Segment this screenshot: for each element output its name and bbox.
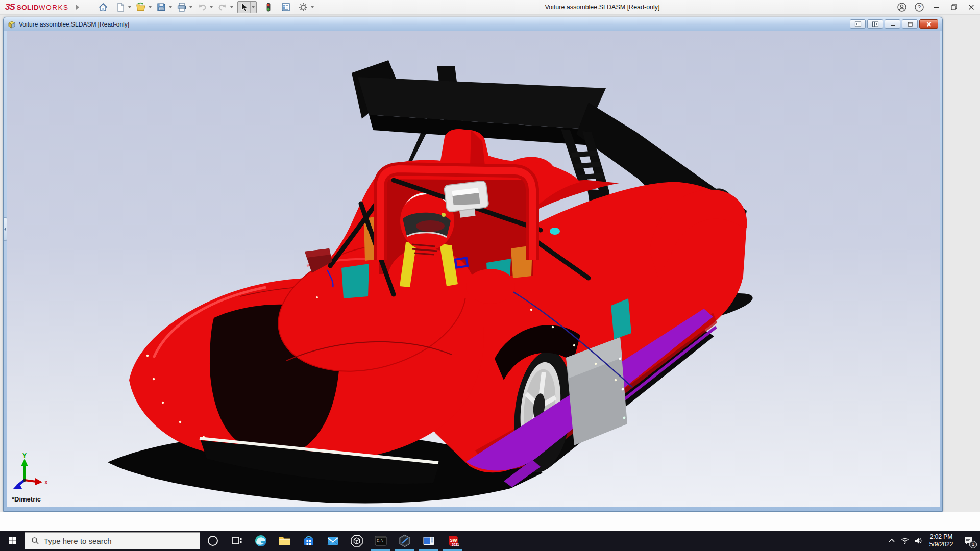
store-icon	[302, 534, 316, 548]
command-prompt-icon: C:\_	[374, 534, 388, 548]
triad-x-label: x	[44, 479, 48, 486]
doc-restore-button[interactable]	[902, 19, 918, 29]
triad-y-label: Y	[22, 452, 27, 459]
redo-button[interactable]	[216, 1, 229, 13]
tray-volume[interactable]	[912, 531, 925, 551]
tray-chevron-up[interactable]	[885, 531, 898, 551]
chevron-up-icon	[888, 537, 896, 545]
undo-icon	[197, 2, 207, 12]
traffic-light-icon	[263, 2, 274, 12]
new-document-dropdown[interactable]	[128, 6, 131, 8]
account-button[interactable]	[893, 0, 911, 14]
taskbar-icons: C:\_ SW 2021	[201, 531, 464, 551]
save-button[interactable]	[155, 1, 168, 13]
minimize-button[interactable]	[928, 0, 945, 14]
new-document-button[interactable]	[114, 1, 127, 13]
tray-wifi[interactable]	[898, 531, 912, 551]
app-title: Voiture assomblee.SLDASM [Read-only]	[531, 0, 674, 14]
home-icon	[98, 2, 108, 12]
taskbar-item-file-explorer[interactable]	[273, 531, 297, 551]
tray-clock[interactable]: 2:02 PM 5/9/2022	[925, 533, 958, 548]
solidworks-logo-mark: 3S	[5, 2, 15, 12]
options-button[interactable]	[297, 1, 310, 13]
doc-close-icon	[925, 21, 933, 27]
redo-dropdown[interactable]	[230, 6, 233, 8]
select-dropdown-arrow-icon	[252, 6, 255, 8]
search-input[interactable]	[44, 537, 177, 545]
taskbar-search[interactable]	[24, 532, 200, 549]
cad-hexagon-icon	[398, 534, 412, 548]
open-button[interactable]	[134, 1, 148, 13]
doc-close-button[interactable]	[919, 19, 938, 29]
rebuild-button[interactable]	[262, 1, 275, 13]
help-button[interactable]: ?	[911, 0, 928, 14]
splitter-collapse-arrow-icon	[4, 227, 6, 231]
3d-viewer-icon	[350, 534, 364, 548]
minimize-icon	[933, 3, 941, 11]
app-titlebar: 3S SOLID WORKS	[0, 0, 980, 15]
clock-time: 2:02 PM	[925, 533, 958, 541]
system-tray: 2:02 PM 5/9/2022 1	[885, 531, 979, 551]
options-dropdown[interactable]	[311, 6, 314, 8]
solidworks-logo-light: WORKS	[39, 4, 69, 11]
help-icon: ?	[914, 2, 924, 12]
file-explorer-icon	[278, 534, 292, 548]
doc-restore-icon	[906, 21, 914, 27]
taskbar-item-command-prompt[interactable]: C:\_	[369, 531, 393, 551]
menu-flyout-arrow-icon[interactable]	[76, 5, 79, 10]
tile-left-button[interactable]	[850, 19, 866, 29]
feature-panel-splitter[interactable]	[4, 217, 7, 241]
taskbar-item-media-app[interactable]	[416, 531, 440, 551]
cortana-icon	[207, 535, 219, 547]
restore-button[interactable]	[945, 0, 963, 14]
3d-scene: Y x	[7, 31, 940, 507]
taskbar-item-mail[interactable]	[321, 531, 345, 551]
taskbar-item-edge[interactable]	[249, 531, 273, 551]
undo-button[interactable]	[195, 1, 209, 13]
svg-text:C:\_: C:\_	[377, 539, 386, 543]
doc-minimize-button[interactable]	[885, 19, 900, 29]
select-tool-button[interactable]	[238, 1, 250, 13]
graphics-viewport[interactable]: Y x *Dimetric	[7, 31, 940, 507]
close-button[interactable]	[963, 0, 980, 14]
taskbar-item-solidworks[interactable]: SW 2021	[440, 531, 464, 551]
open-dropdown[interactable]	[149, 6, 152, 8]
save-dropdown[interactable]	[169, 6, 172, 8]
print-button[interactable]	[175, 1, 188, 13]
taskbar-item-store[interactable]	[297, 531, 321, 551]
select-tool-dropdown[interactable]	[250, 2, 256, 13]
taskbar-item-cortana[interactable]	[201, 531, 225, 551]
doc-minimize-icon	[889, 21, 896, 27]
edge-icon	[254, 534, 268, 548]
tray-notifications[interactable]: 1	[958, 531, 979, 551]
svg-text:?: ?	[918, 4, 921, 10]
print-dropdown[interactable]	[189, 6, 192, 8]
start-button[interactable]	[0, 531, 24, 551]
taskbar-item-3d-viewer[interactable]	[345, 531, 369, 551]
tile-left-icon	[854, 21, 862, 27]
undo-dropdown[interactable]	[210, 6, 213, 8]
svg-text:SW: SW	[450, 538, 457, 543]
status-strip	[0, 512, 980, 531]
tile-right-button[interactable]	[867, 19, 883, 29]
solidworks-2021-icon: SW 2021	[446, 534, 460, 548]
print-icon	[177, 2, 187, 12]
open-folder-icon	[136, 2, 146, 12]
home-button[interactable]	[96, 1, 110, 13]
document-titlebar[interactable]: Voiture assomblee.SLDASM [Read-only]	[4, 17, 942, 31]
taskbar-item-cad-hexagon[interactable]	[393, 531, 416, 551]
assembly-cube-icon	[8, 20, 16, 29]
volume-icon	[914, 537, 922, 545]
media-app-icon	[422, 534, 436, 548]
task-pane-button[interactable]	[279, 1, 292, 13]
clock-date: 5/9/2022	[925, 541, 958, 548]
windows-start-icon	[8, 537, 16, 545]
save-floppy-icon	[156, 2, 166, 12]
mail-icon	[326, 534, 340, 548]
tile-right-icon	[872, 21, 879, 27]
properties-table-icon	[281, 2, 291, 12]
taskbar-item-task-view[interactable]	[225, 531, 249, 551]
app-window-controls: ?	[893, 0, 980, 14]
close-icon	[967, 3, 975, 11]
view-orientation-label: *Dimetric	[12, 495, 41, 503]
